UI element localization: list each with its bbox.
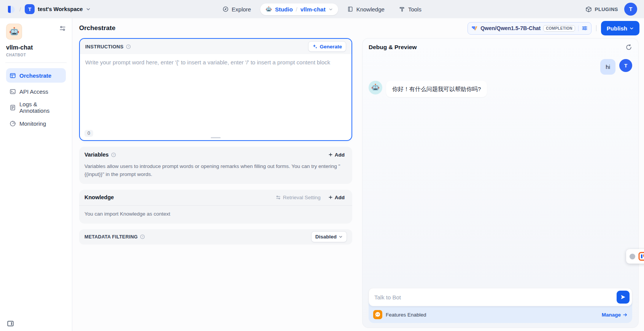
restart-conversation-icon[interactable] [625,44,632,51]
workspace-name: test's Workspace [38,6,83,12]
send-icon [620,294,626,300]
plus-icon [328,195,333,200]
svg-text:?: ? [127,45,129,48]
chevron-down-icon [86,7,91,11]
help-icon[interactable]: ? [126,44,131,49]
debug-preview-title: Debug & Preview [369,44,417,51]
nav-tools[interactable]: Tools [394,3,427,16]
sidebar-divider [5,62,67,63]
character-count: 0 [84,130,93,137]
app-icon[interactable] [6,24,22,40]
manage-features-button[interactable]: Manage [602,312,628,318]
nav-studio-label: Studio [275,6,293,13]
manage-label: Manage [602,312,621,318]
add-label: Add [335,195,345,200]
nav-tools-label: Tools [408,6,421,13]
user-avatar[interactable]: T [624,3,637,16]
main-nav: Explore Studio / vllm-chat Knowledge Too… [217,3,427,16]
sidebar-item-label: Logs & Annotations [19,101,62,114]
breadcrumb-separator: / [19,6,21,13]
knowledge-title: Knowledge [84,194,114,200]
package-icon [585,6,592,13]
plus-icon [328,152,333,157]
chat-input[interactable] [369,288,632,306]
arrow-right-icon [623,312,628,317]
retrieval-setting-label: Retrieval Setting [283,195,321,200]
workspace-selector[interactable]: T test's Workspace [25,4,90,14]
nav-right: PLUGINS T [512,3,637,16]
metadata-filtering-title: METADATA FILTERING [84,234,138,240]
variables-title: Variables [84,152,109,158]
header-divider [596,25,596,31]
vllm-logo-icon [471,25,478,32]
sidebar-item-label: API Access [19,88,48,95]
extension-dot-icon [630,254,635,259]
generate-button[interactable]: Generate [308,41,346,52]
pill-separator [578,26,579,31]
metadata-filtering-value: Disabled [315,234,337,240]
plugins-label: PLUGINS [595,6,618,12]
metadata-filtering-row: METADATA FILTERING ? Disabled [79,229,352,245]
sidebar-item-api-access[interactable]: API Access [6,84,66,99]
extension-logo-icon [638,252,644,261]
collapse-sidebar-icon[interactable] [7,320,14,327]
chat-footer: Features Enabled Manage [363,284,638,328]
robot-icon [266,6,272,13]
features-enabled-label: Features Enabled [386,312,426,318]
features-icon [373,310,382,319]
explore-icon [223,6,229,12]
sidebar-item-label: Orchestrate [19,72,51,79]
knowledge-card: Knowledge Retrieval Setting [79,190,352,224]
studio-breadcrumb-separator: / [296,6,297,13]
sidebar-item-orchestrate[interactable]: Orchestrate [6,68,66,83]
model-parameters-icon[interactable] [582,25,588,31]
nav-studio[interactable]: Studio / vllm-chat [260,3,338,15]
document-icon [10,104,16,111]
app-name: vllm-chat [6,44,66,51]
plugins-button[interactable]: PLUGINS [585,6,618,13]
app-sidebar: vllm-chat CHATBOT Orchestrate API Access [0,18,72,331]
app-operations-icon[interactable] [59,25,66,32]
hammer-icon [399,6,405,12]
svg-text:?: ? [113,153,114,157]
nav-knowledge[interactable]: Knowledge [342,3,390,16]
browser-extension-widget[interactable] [626,249,644,264]
bot-chat-avatar [369,81,382,94]
main-content: Orchestrate Qwen/Qwen1.5-7B-Chat COMPLET… [72,18,644,331]
help-icon[interactable]: ? [111,152,116,157]
retrieval-sliders-icon [276,195,281,200]
help-icon[interactable]: ? [140,234,145,239]
chevron-down-icon [630,26,634,30]
debug-preview-panel: Debug & Preview hi T 你好！有什么问题我可以帮助你吗? [362,38,639,328]
retrieval-setting-button[interactable]: Retrieval Setting [276,195,321,200]
user-message-bubble: hi [600,59,615,75]
instructions-textarea[interactable] [81,56,350,125]
chevron-down-icon [329,7,333,11]
top-navigation: / T test's Workspace Explore Studio / vl… [0,0,644,18]
instructions-card: INSTRUCTIONS ? Generate [79,38,352,141]
sidebar-item-label: Monitoring [19,120,46,127]
send-message-button[interactable] [617,291,630,304]
workspace-avatar: T [25,4,35,14]
dify-logo[interactable] [7,5,16,14]
nav-explore[interactable]: Explore [217,3,256,16]
knowledge-description: You can import Knowledge as context [79,206,352,224]
orchestrate-config-column: INSTRUCTIONS ? Generate [79,38,352,328]
model-selector[interactable]: Qwen/Qwen1.5-7B-Chat COMPLETION [467,22,592,35]
assistant-message-bubble: 你好！有什么问题我可以帮助你吗? [386,81,487,97]
publish-button[interactable]: Publish [601,21,639,35]
resize-handle[interactable] [211,137,221,138]
svg-text:?: ? [142,235,143,238]
chat-message-user: hi T [369,59,632,75]
app-type-label: CHATBOT [6,53,66,57]
metadata-filtering-toggle[interactable]: Disabled [311,231,347,242]
chevron-down-icon [339,235,343,239]
sidebar-item-monitoring[interactable]: Monitoring [6,116,66,131]
sidebar-item-logs-annotations[interactable]: Logs & Annotations [6,100,66,115]
terminal-icon [10,88,16,95]
model-mode-badge: COMPLETION [543,25,575,32]
add-variable-button[interactable]: Add [326,150,347,159]
chat-message-assistant: 你好！有什么问题我可以帮助你吗? [369,81,632,97]
add-knowledge-button[interactable]: Add [326,193,347,202]
publish-label: Publish [607,25,627,32]
